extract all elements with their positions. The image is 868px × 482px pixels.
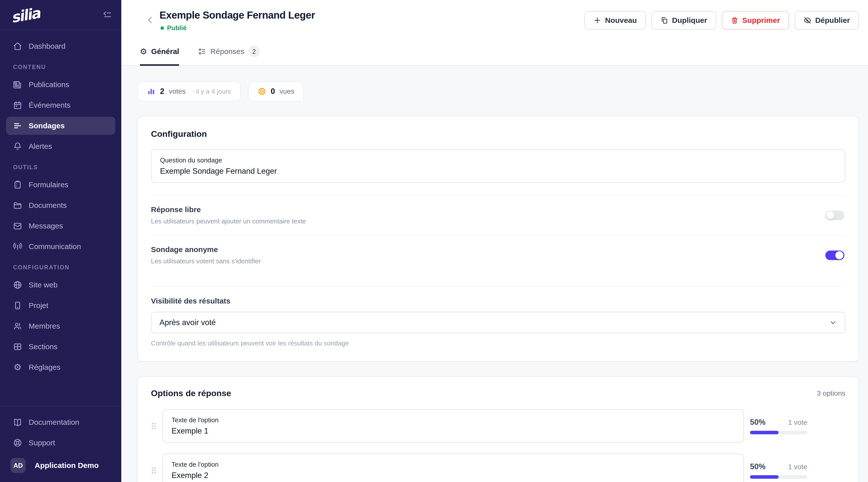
- sidebar-item-projet[interactable]: Projet: [6, 296, 115, 315]
- sidebar-item-label: Sondages: [29, 122, 65, 130]
- configuration-card: Configuration Question du sondage Exempl…: [137, 116, 859, 362]
- votes-meta: · il y a 4 jours: [192, 88, 231, 95]
- responses-count-badge: 2: [248, 46, 260, 57]
- sidebar-item-dashboard[interactable]: Dashboard: [6, 37, 115, 55]
- anonymous-row: Sondage anonyme Les utilisateurs votent …: [151, 235, 845, 275]
- gear-icon: ⚙: [140, 47, 147, 56]
- visibility-block: Visibilité des résultats Après avoir vot…: [151, 286, 845, 347]
- visibility-label: Visibilité des résultats: [151, 297, 845, 305]
- grid-icon: [13, 342, 22, 351]
- sidebar-collapse-icon[interactable]: [102, 9, 112, 20]
- sidebar-footer: Documentation Support AD Application Dem…: [0, 406, 121, 482]
- option-votes: 1 vote: [788, 463, 807, 471]
- unpublish-button[interactable]: Dépublier: [795, 11, 859, 30]
- sidebar-item-sondages[interactable]: Sondages: [6, 117, 115, 135]
- chevron-down-icon: [829, 319, 837, 326]
- folder-icon: [13, 201, 22, 210]
- option-votes: 1 vote: [788, 418, 807, 426]
- sidebar-item-publications[interactable]: Publications: [6, 75, 115, 94]
- poll-icon: [13, 121, 22, 130]
- configuration-title: Configuration: [151, 129, 845, 139]
- sidebar-item-label: Dashboard: [29, 42, 66, 51]
- user-name: Application Demo: [35, 461, 99, 470]
- page-header: Exemple Sondage Fernand Leger Publié Nou…: [121, 0, 868, 66]
- trash-icon: [731, 17, 738, 24]
- sidebar-item-site-web[interactable]: Site web: [6, 276, 115, 294]
- visibility-select[interactable]: Après avoir voté: [151, 312, 845, 333]
- life-buoy-icon: [13, 438, 22, 447]
- drag-handle-icon[interactable]: [151, 466, 156, 475]
- sidebar-item-membres[interactable]: Membres: [6, 317, 115, 335]
- clipboard-icon: [13, 180, 22, 189]
- delete-button[interactable]: Supprimer: [722, 11, 789, 30]
- option-text-input[interactable]: Texte de l'option Exemple 1: [162, 409, 744, 443]
- sidebar-item-communication[interactable]: Communication: [6, 237, 115, 256]
- user-menu[interactable]: AD Application Demo: [6, 455, 115, 473]
- calendar-icon: [13, 101, 22, 110]
- visibility-value: Après avoir voté: [159, 318, 216, 327]
- option-text-input[interactable]: Texte de l'option Exemple 2: [162, 454, 744, 482]
- sidebar-item-label: Événements: [29, 101, 70, 109]
- users-icon: [13, 322, 22, 331]
- votes-label: votes: [169, 87, 186, 95]
- smartphone-icon: [13, 301, 22, 310]
- list-icon: [198, 47, 206, 56]
- sidebar-item-sections[interactable]: Sections: [6, 338, 115, 356]
- question-label: Question du sondage: [160, 156, 836, 164]
- home-icon: [13, 42, 22, 51]
- sidebar-item-label: Site web: [29, 281, 58, 289]
- option-row: Texte de l'option Exemple 1 50% 1 vote: [151, 409, 845, 443]
- globe-icon: [13, 281, 22, 289]
- anonymous-title: Sondage anonyme: [151, 245, 261, 254]
- views-stat-pill: 0 vues: [248, 81, 304, 101]
- drag-handle-icon[interactable]: [151, 421, 156, 431]
- option-row: Texte de l'option Exemple 2 50% 1 vote: [151, 454, 845, 482]
- free-response-title: Réponse libre: [151, 205, 306, 214]
- visibility-helper: Contrôle quand les utilisateurs peuvent …: [151, 340, 845, 347]
- sidebar-item-label: Messages: [29, 222, 63, 230]
- free-response-toggle[interactable]: [825, 211, 844, 220]
- broadcast-icon: [13, 242, 22, 251]
- sidebar-item-label: Alertes: [29, 142, 52, 151]
- options-card: Options de réponse 3 options Texte de l'…: [137, 376, 859, 482]
- option-percent: 50%: [750, 462, 766, 471]
- views-value: 0: [271, 87, 275, 96]
- sidebar-item-documents[interactable]: Documents: [6, 196, 115, 214]
- sidebar-item-messages[interactable]: Messages: [6, 217, 115, 235]
- newspaper-icon: [13, 80, 22, 89]
- sidebar-item-evenements[interactable]: Événements: [6, 96, 115, 114]
- tab-bar: ⚙ Général Réponses 2: [140, 46, 260, 66]
- mail-icon: [13, 221, 22, 230]
- sidebar-item-alertes[interactable]: Alertes: [6, 137, 115, 155]
- status-dot-icon: [160, 26, 164, 30]
- sidebar-section-configuration: CONFIGURATION: [6, 264, 115, 271]
- anonymous-toggle[interactable]: [825, 251, 844, 260]
- new-button[interactable]: Nouveau: [584, 11, 646, 30]
- bell-icon: [13, 142, 22, 151]
- sidebar-item-formulaires[interactable]: Formulaires: [6, 176, 115, 194]
- target-icon: [258, 87, 266, 96]
- views-label: vues: [280, 87, 294, 95]
- tab-reponses[interactable]: Réponses 2: [198, 46, 260, 66]
- sidebar-item-documentation[interactable]: Documentation: [6, 413, 115, 431]
- page-content: 2 votes · il y a 4 jours 0 vues Configur…: [121, 66, 868, 482]
- options-title: Options de réponse: [151, 388, 231, 398]
- sidebar-item-support[interactable]: Support: [6, 434, 115, 452]
- status-badge: Publié: [160, 24, 187, 32]
- question-input[interactable]: Question du sondage Exemple Sondage Fern…: [151, 149, 845, 183]
- sidebar-item-label: Réglages: [29, 363, 61, 372]
- sidebar-item-label: Membres: [29, 322, 60, 330]
- header-actions: Nouveau Dupliquer Supprimer Dépublier: [584, 11, 859, 30]
- gear-icon: ⚙: [13, 363, 22, 372]
- free-response-row: Réponse libre Les utilisateurs peuvent a…: [151, 196, 845, 235]
- free-response-desc: Les utilisateurs peuvent ajouter un comm…: [151, 217, 306, 225]
- back-button[interactable]: [146, 15, 155, 25]
- sidebar-item-reglages[interactable]: ⚙ Réglages: [6, 358, 115, 376]
- stats-row: 2 votes · il y a 4 jours 0 vues: [137, 81, 859, 101]
- main-area: Exemple Sondage Fernand Leger Publié Nou…: [121, 0, 868, 482]
- tab-general[interactable]: ⚙ Général: [140, 46, 179, 66]
- sidebar-item-label: Formulaires: [29, 181, 68, 189]
- question-value: Exemple Sondage Fernand Leger: [160, 167, 836, 176]
- app-logo: silia: [10, 4, 41, 26]
- duplicate-button[interactable]: Dupliquer: [651, 11, 716, 30]
